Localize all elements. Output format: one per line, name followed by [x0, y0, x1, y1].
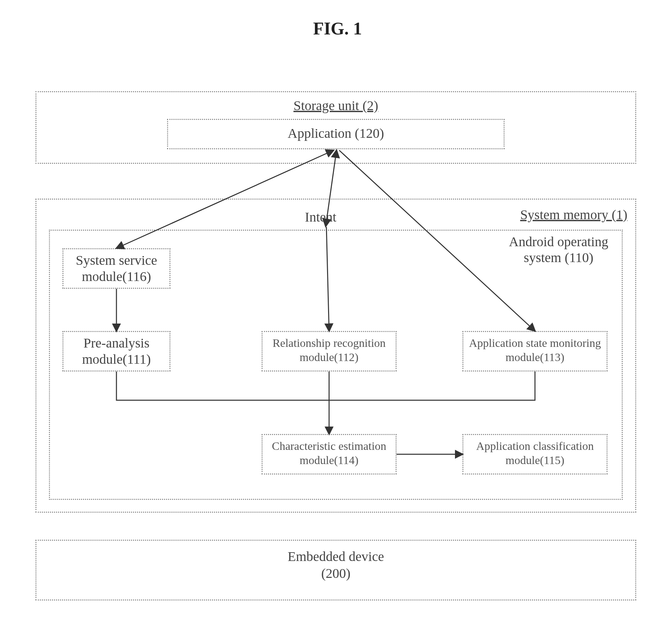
relationship-module-line2: module(112) [261, 350, 397, 364]
system-memory-title: System memory (1) [513, 207, 635, 222]
embedded-device-line1: Embedded device [35, 549, 636, 564]
pre-analysis-module-line1: Pre-analysis [62, 336, 171, 351]
app-classification-module-line1: Application classification [462, 439, 608, 453]
system-service-module-line2: module(116) [62, 269, 171, 284]
app-classification-module-line2: module(115) [462, 454, 608, 467]
storage-unit-title: Storage unit (2) [35, 98, 636, 113]
diagram-canvas: FIG. 1 Storage unit (2) Application (120… [0, 0, 672, 639]
intent-label: Intent [287, 209, 354, 225]
app-state-monitoring-module-line1: Application state monitoring [462, 337, 608, 349]
characteristic-module-line1: Characteristic estimation [261, 439, 397, 453]
figure-title: FIG. 1 [290, 19, 385, 38]
system-service-module-line1: System service [62, 253, 171, 268]
android-os-title-line1: Android operating [496, 234, 621, 250]
characteristic-module-line2: module(114) [261, 454, 397, 467]
relationship-module-line1: Relationship recognition [261, 337, 397, 349]
android-os-title-line2: system (110) [496, 250, 621, 265]
embedded-device-line2: (200) [35, 566, 636, 581]
app-state-monitoring-module-line2: module(113) [462, 350, 608, 364]
pre-analysis-module-line2: module(111) [62, 352, 171, 367]
application-label: Application (120) [167, 126, 505, 141]
